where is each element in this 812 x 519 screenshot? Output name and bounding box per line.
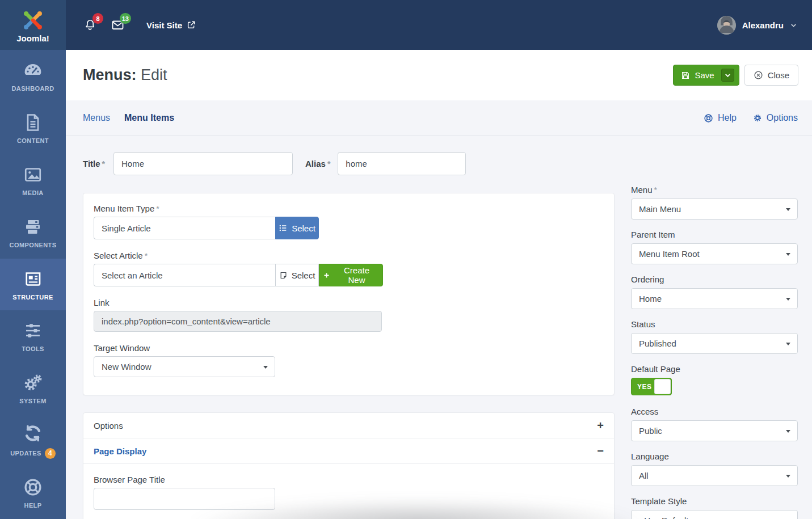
caret-down-icon bbox=[786, 298, 790, 301]
options-link[interactable]: Options bbox=[753, 113, 798, 123]
menu-select-value: Main Menu bbox=[639, 204, 681, 214]
parent-item-select[interactable]: Menu Item Root bbox=[631, 243, 798, 264]
sidebar-item-help[interactable]: HELP bbox=[0, 467, 66, 519]
close-button[interactable]: Close bbox=[744, 65, 798, 86]
save-dropdown-button[interactable] bbox=[721, 69, 734, 82]
sidebar-item-updates[interactable]: UPDATES 4 bbox=[0, 415, 66, 467]
target-window-block: Target Window New Window bbox=[94, 343, 604, 377]
access-select[interactable]: Public bbox=[631, 420, 798, 441]
help-link[interactable]: Help bbox=[704, 113, 737, 123]
menu-setting-label: Menu* bbox=[631, 185, 798, 195]
page-titlebar: Menus: Edit Save Close bbox=[66, 50, 812, 100]
sidebar-item-system[interactable]: SYSTEM bbox=[0, 362, 66, 415]
ordering-setting: Ordering Home bbox=[631, 275, 798, 309]
status-select[interactable]: Published bbox=[631, 333, 798, 354]
menu-item-type-label: Menu Item Type* bbox=[94, 204, 604, 213]
required-mark: * bbox=[327, 159, 330, 168]
toolbar-actions: Save Close bbox=[673, 65, 798, 86]
target-window-select[interactable]: New Window bbox=[94, 356, 275, 377]
alias-label: Alias* bbox=[305, 159, 330, 168]
user-menu[interactable]: Alexandru bbox=[717, 16, 797, 35]
language-setting: Language All bbox=[631, 452, 798, 486]
content-area: Title* Alias* Menu Item Type* Select bbox=[66, 136, 812, 519]
tab-menu-items[interactable]: Menu Items bbox=[124, 113, 174, 123]
language-label: Language bbox=[631, 452, 798, 461]
sidebar-item-label: STRUCTURE bbox=[12, 294, 53, 301]
ordering-select[interactable]: Home bbox=[631, 288, 798, 309]
title-label: Title* bbox=[83, 159, 105, 168]
collapse-minus-icon[interactable]: − bbox=[597, 445, 604, 457]
save-button[interactable]: Save bbox=[673, 65, 739, 86]
sidebar-item-structure[interactable]: STRUCTURE bbox=[0, 259, 66, 311]
link-label: Link bbox=[94, 298, 604, 307]
page-display-accordion-header[interactable]: Page Display − bbox=[83, 438, 614, 464]
gears-icon bbox=[22, 373, 44, 393]
save-button-label: Save bbox=[695, 70, 714, 80]
close-circle-icon bbox=[754, 70, 763, 80]
joomla-logo[interactable]: Joomla! bbox=[0, 0, 66, 50]
caret-down-icon bbox=[786, 343, 790, 345]
menu-item-type-input[interactable] bbox=[94, 217, 275, 239]
alias-input[interactable] bbox=[338, 152, 466, 175]
menu-select[interactable]: Main Menu bbox=[631, 199, 798, 220]
expand-plus-icon[interactable]: + bbox=[597, 420, 604, 431]
language-select[interactable]: All bbox=[631, 465, 798, 486]
refresh-icon bbox=[22, 423, 44, 444]
sidebar-item-content[interactable]: CONTENT bbox=[0, 102, 66, 154]
life-ring-icon bbox=[22, 477, 44, 497]
default-page-setting: Default Page YES bbox=[631, 364, 798, 395]
topbar: 8 13 Visit Site Alexandru bbox=[66, 0, 812, 50]
updates-count-badge: 4 bbox=[45, 448, 56, 459]
sidebar-item-tools[interactable]: TOOLS bbox=[0, 310, 66, 362]
sidebar-item-label: UPDATES bbox=[10, 450, 41, 457]
template-style-value: - Use Default bbox=[639, 516, 689, 519]
browser-page-title-input[interactable] bbox=[94, 488, 275, 510]
default-page-toggle[interactable]: YES bbox=[631, 378, 672, 395]
access-label: Access bbox=[631, 407, 798, 416]
page-display-title: Page Display bbox=[94, 446, 146, 456]
ordering-label: Ordering bbox=[631, 275, 798, 284]
sidebar-item-media[interactable]: MEDIA bbox=[0, 154, 66, 206]
visit-site-label: Visit Site bbox=[146, 20, 182, 30]
select-article-input[interactable] bbox=[94, 264, 275, 286]
note-icon bbox=[279, 271, 288, 280]
notifications-button[interactable]: 8 bbox=[84, 18, 97, 32]
help-link-label: Help bbox=[718, 113, 737, 123]
sidebar: Joomla! DASHBOARD CONTENT MEDIA COMPONEN… bbox=[0, 0, 66, 519]
sidebar-item-label: DASHBOARD bbox=[11, 85, 54, 92]
template-style-select[interactable]: - Use Default bbox=[631, 510, 798, 519]
options-accordion-header[interactable]: Options + bbox=[83, 413, 614, 438]
sidebar-item-label: HELP bbox=[24, 502, 42, 509]
status-value: Published bbox=[639, 339, 676, 348]
sidebar-item-components[interactable]: COMPONENTS bbox=[0, 206, 66, 259]
select-article-block: Select Article* Select Create New bbox=[94, 251, 604, 286]
create-new-article-button[interactable]: Create New bbox=[319, 264, 383, 286]
chevron-down-icon bbox=[790, 22, 797, 29]
language-value: All bbox=[639, 471, 649, 480]
tab-menus[interactable]: Menus bbox=[83, 113, 110, 123]
default-page-label: Default Page bbox=[631, 364, 798, 374]
access-setting: Access Public bbox=[631, 407, 798, 441]
title-input[interactable] bbox=[113, 152, 293, 175]
required-mark: * bbox=[102, 159, 105, 168]
browser-page-title-label: Browser Page Title bbox=[94, 475, 604, 484]
external-link-icon bbox=[187, 20, 196, 29]
menu-item-type-select-button[interactable]: Select bbox=[275, 217, 319, 239]
sidebar-item-label: CONTENT bbox=[17, 137, 49, 144]
template-style-label: Template Style bbox=[631, 496, 798, 506]
help-life-ring-icon bbox=[704, 113, 713, 123]
messages-button[interactable]: 13 bbox=[111, 18, 125, 32]
status-label: Status bbox=[631, 319, 798, 329]
sidebar-item-dashboard[interactable]: DASHBOARD bbox=[0, 50, 66, 102]
target-window-value: New Window bbox=[102, 362, 152, 372]
options-accordion-title: Options bbox=[94, 421, 123, 431]
menu-item-details-panel: Menu Item Type* Select Select Article* bbox=[83, 193, 615, 395]
visit-site-link[interactable]: Visit Site bbox=[146, 20, 196, 30]
select-article-label: Select Article* bbox=[94, 251, 604, 260]
article-select-button[interactable]: Select bbox=[275, 264, 319, 286]
document-icon bbox=[22, 112, 44, 133]
dashboard-gauge-icon bbox=[22, 60, 44, 81]
toggle-knob[interactable] bbox=[654, 379, 671, 394]
tabbar-tools: Help Options bbox=[704, 113, 798, 123]
sidebar-item-label: MEDIA bbox=[22, 189, 43, 196]
